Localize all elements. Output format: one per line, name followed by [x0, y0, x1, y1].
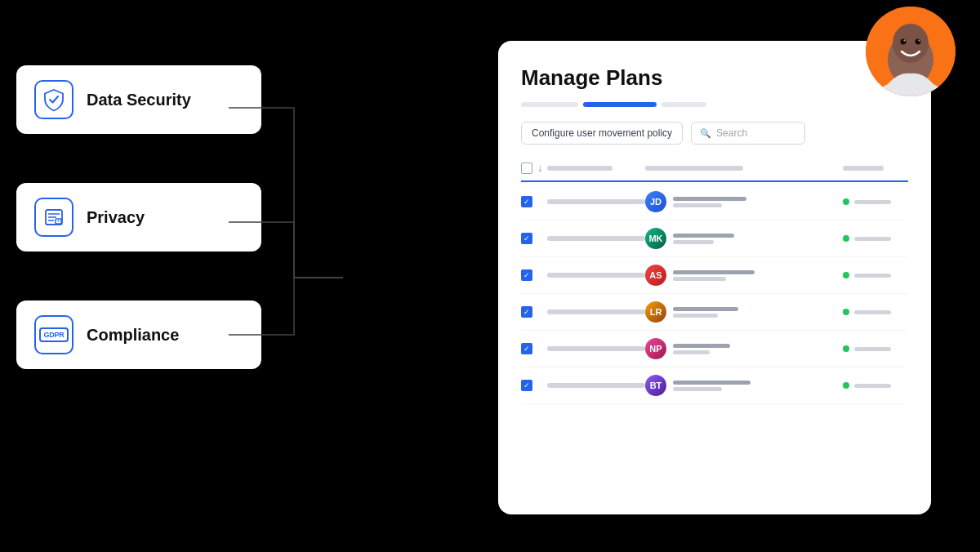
row-user-2: MK: [645, 228, 843, 249]
avatar-1: JD: [645, 191, 666, 212]
status-bar-4: [854, 310, 891, 314]
row-checkbox-4[interactable]: [521, 306, 532, 318]
row-status-6: [843, 382, 908, 389]
row-status-2: [843, 235, 908, 242]
select-all-checkbox[interactable]: [521, 162, 532, 174]
status-bar-2: [854, 237, 891, 241]
row-status-1: [843, 198, 908, 205]
avatar-6: BT: [645, 375, 666, 396]
sort-arrow-icon[interactable]: ↓: [537, 162, 542, 174]
user-bar-top-6: [673, 381, 751, 385]
search-icon: 🔍: [700, 128, 711, 139]
table-row: AS: [521, 257, 908, 294]
search-placeholder: Search: [716, 127, 747, 139]
table-row: BT: [521, 367, 908, 404]
panel-title: Manage Plans: [521, 65, 908, 91]
avatar-3: AS: [645, 265, 666, 286]
header-col3-bar: [843, 166, 884, 171]
row-status-5: [843, 345, 908, 352]
table-header: ↓: [521, 156, 908, 182]
person-photo: [866, 7, 956, 96]
user-bar-bottom-3: [673, 277, 726, 281]
data-security-icon: [34, 80, 74, 119]
user-bar-top-1: [673, 197, 746, 201]
header-checkbox-area: ↓: [521, 162, 547, 174]
status-dot-6: [843, 382, 849, 389]
status-bar-5: [854, 347, 891, 351]
row-name-1: [547, 199, 645, 204]
gdpr-badge: GDPR: [39, 327, 69, 342]
user-bar-bottom-4: [673, 314, 718, 318]
svg-point-11: [904, 40, 906, 42]
user-bar-top-5: [673, 344, 730, 348]
feature-cards-container: Data Security Privacy GDPR Compliance: [16, 65, 261, 369]
row-checkbox-5[interactable]: [521, 343, 532, 354]
privacy-label: Privacy: [87, 208, 145, 227]
compliance-icon: GDPR: [34, 315, 74, 354]
status-bar-1: [854, 200, 891, 204]
row-user-6: BT: [645, 375, 843, 396]
row-checkbox-6[interactable]: [521, 380, 532, 391]
status-dot-1: [843, 198, 849, 205]
row-user-1: JD: [645, 191, 843, 212]
status-dot-3: [843, 272, 849, 278]
user-bar-bottom-6: [673, 387, 722, 391]
header-col2-bar: [645, 166, 743, 171]
svg-point-10: [915, 39, 921, 45]
avatar-5: NP: [645, 338, 666, 359]
search-box[interactable]: 🔍 Search: [691, 122, 805, 145]
row-user-4: LR: [645, 301, 843, 323]
table-row: JD: [521, 184, 908, 220]
configure-policy-button[interactable]: Configure user movement policy: [521, 122, 683, 145]
user-bar-top-2: [673, 234, 734, 238]
row-name-5: [547, 346, 645, 351]
status-bar-6: [854, 384, 891, 388]
row-checkbox-2[interactable]: [521, 233, 532, 244]
person-face-svg: [866, 7, 956, 96]
status-dot-2: [843, 235, 849, 242]
data-security-card[interactable]: Data Security: [16, 65, 261, 134]
row-name-2: [547, 236, 645, 241]
user-bar-bottom-2: [673, 240, 714, 244]
row-status-4: [843, 309, 908, 315]
row-name-3: [547, 273, 645, 278]
progress-bars: [521, 102, 908, 107]
svg-point-8: [893, 24, 929, 63]
row-user-3: AS: [645, 265, 843, 286]
manage-plans-panel: Manage Plans Configure user movement pol…: [498, 41, 931, 514]
row-user-5: NP: [645, 338, 843, 359]
progress-bar-2: [583, 102, 657, 107]
table-body: JD MK: [521, 184, 908, 404]
row-checkbox-3[interactable]: [521, 269, 532, 281]
row-status-3: [843, 272, 908, 278]
header-col1-bar: [547, 166, 612, 171]
progress-bar-1: [521, 102, 578, 107]
status-dot-5: [843, 345, 849, 352]
status-dot-4: [843, 309, 849, 315]
svg-point-5: [58, 220, 60, 222]
avatar-2: MK: [645, 228, 666, 249]
table-row: MK: [521, 220, 908, 257]
svg-point-9: [901, 39, 906, 45]
table-row: NP: [521, 331, 908, 367]
toolbar: Configure user movement policy 🔍 Search: [521, 122, 908, 145]
compliance-label: Compliance: [87, 326, 179, 345]
avatar-4: LR: [645, 301, 666, 323]
table-row: LR: [521, 294, 908, 331]
row-checkbox-1[interactable]: [521, 196, 532, 207]
privacy-icon: [34, 198, 74, 237]
user-bar-top-4: [673, 307, 738, 311]
user-bar-top-3: [673, 270, 755, 274]
progress-bar-3: [662, 102, 706, 107]
status-bar-3: [854, 274, 891, 278]
svg-point-12: [919, 40, 920, 42]
data-security-label: Data Security: [87, 91, 191, 109]
row-name-4: [547, 309, 645, 314]
compliance-card[interactable]: GDPR Compliance: [16, 300, 261, 369]
privacy-card[interactable]: Privacy: [16, 183, 261, 252]
row-name-6: [547, 383, 645, 388]
user-bar-bottom-1: [673, 203, 722, 207]
user-bar-bottom-5: [673, 350, 710, 354]
